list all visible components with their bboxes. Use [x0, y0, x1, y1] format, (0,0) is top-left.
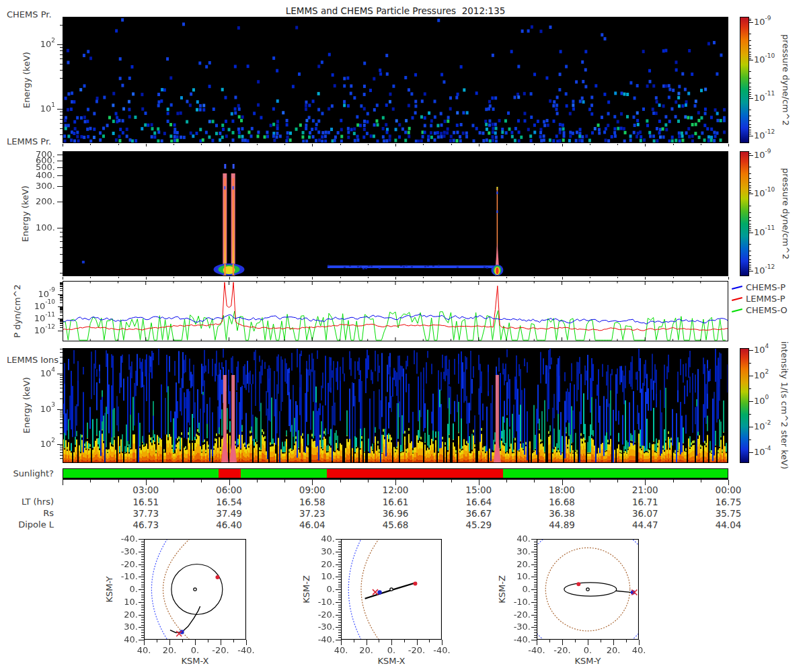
orbit-y-tick	[338, 542, 341, 542]
orbit-y-tick	[338, 625, 341, 626]
ephemeris-value: 16.61	[378, 497, 413, 507]
orbit-x-tick	[169, 640, 170, 645]
time-axis-tick	[368, 480, 369, 482]
pressure-minor-tick	[60, 311, 63, 312]
orbit-y-tick	[338, 637, 341, 638]
panel-hour-tick	[368, 277, 369, 278]
orbit-y-tick	[338, 597, 341, 597]
time-tick-label: 03:00	[128, 485, 163, 495]
ions-minor-tick	[60, 357, 63, 358]
orbit-y-tick	[338, 595, 341, 595]
ephemeris-value: 16.71	[627, 497, 662, 507]
pressure-minor-tick	[60, 297, 63, 298]
panel-label-lemms: LEMMS Pr.	[7, 136, 51, 147]
lemms-ytick-label: 100.	[27, 222, 55, 233]
orbit-ytick-label: -10.	[308, 597, 335, 607]
orbit-x-tick	[367, 640, 367, 645]
orbit-y-tick	[338, 617, 341, 618]
orbit-y-tick	[141, 587, 144, 587]
pressure-minor-tick	[60, 299, 63, 300]
pressure-cb1-tick	[749, 98, 753, 99]
orbit-y-tick	[338, 575, 341, 575]
orbit-ytick-label: 0.	[308, 584, 335, 595]
ephemeris-value: 36.07	[627, 508, 662, 519]
orbit-y-tick	[336, 602, 341, 603]
pressure-minor-tick	[60, 295, 63, 296]
time-tick-label: 00:00	[711, 485, 746, 495]
pressure-cb2-minor-tick	[749, 185, 751, 186]
orbit-ytick-label: -20.	[504, 610, 531, 620]
orbit-y-tick	[141, 607, 144, 607]
pressure-cb1-minor-tick	[749, 127, 751, 128]
orbit-y-tick	[141, 610, 144, 610]
panel-hour-tick	[229, 277, 230, 280]
orbit-y-tick	[338, 579, 341, 580]
orbit-y-tick	[139, 539, 144, 540]
pressure-cb2-minor-tick	[749, 187, 751, 188]
legend-line-chems-o	[732, 308, 742, 312]
chems-minor-tick	[60, 54, 63, 55]
panel-hour-tick	[284, 144, 285, 145]
orbit-y-tick	[338, 546, 341, 547]
orbit-y-tick	[531, 602, 537, 603]
orbit-y-tick	[141, 605, 144, 605]
orbit-y-tick	[338, 635, 341, 636]
orbit-y-tick	[534, 582, 537, 583]
orbit-y-tick	[338, 569, 341, 570]
ions-minor-tick	[60, 382, 63, 382]
orbit0-x-title: KSM-X	[161, 656, 229, 667]
time-axis-tick	[118, 480, 119, 482]
orbit-y-tick	[534, 605, 537, 605]
pressure-cb1-minor-tick	[749, 34, 751, 34]
orbit-y-tick	[338, 592, 341, 593]
pressure-cb2-tick	[749, 155, 753, 156]
pressure-y-axis-title: P dyn/cm^2	[12, 284, 23, 338]
pressure-cb1-tick	[749, 136, 753, 136]
pressure-cb1-minor-tick	[749, 134, 751, 134]
pressure-cb2-tick	[749, 233, 753, 233]
orbit-y-tick	[338, 607, 341, 607]
ions-minor-tick	[60, 458, 63, 459]
ephemeris-value: 46.40	[212, 519, 247, 530]
pressure-cb2-tick	[749, 271, 753, 271]
panel-hour-tick	[617, 144, 618, 145]
time-axis-tick	[673, 480, 674, 482]
pressure-cb1-minor-tick	[749, 94, 751, 95]
pressure-cb1-minor-tick	[749, 45, 751, 46]
orbit-xtick-label: -40.	[427, 645, 457, 656]
lemms-major-tick	[57, 161, 63, 161]
intensity-cb-tick-label: 10-2	[754, 421, 771, 432]
pressure-minor-tick	[60, 323, 63, 323]
orbit-y-tick	[336, 577, 341, 577]
chems-major-tick	[57, 44, 63, 45]
sunlight-segment-green	[241, 469, 327, 478]
plot-title: LEMMS and CHEMS Particle Pressures 2012:…	[194, 5, 597, 16]
pressure-minor-tick	[60, 321, 63, 321]
pressure-cb2-minor-tick	[749, 255, 751, 256]
orbit-y-tick	[534, 595, 537, 595]
panel-hour-tick	[728, 277, 729, 280]
pressure-cb2-minor-tick	[749, 217, 751, 218]
ions-minor-tick	[60, 379, 63, 380]
ephemeris-value: 16.75	[711, 497, 746, 507]
panel-hour-tick	[146, 277, 147, 280]
legend-label-chems-o: CHEMS-O	[746, 305, 787, 316]
pressure-colorbar-1-title: pressure dyne/cm^2	[780, 34, 791, 126]
orbit-plot-xz	[341, 539, 442, 640]
orbit-x-tick	[354, 640, 354, 642]
pressure-cb1-minor-tick	[749, 56, 751, 57]
orbit-y-tick	[534, 566, 537, 567]
time-tick-label: 06:00	[212, 485, 247, 495]
orbit-y-tick	[139, 627, 144, 628]
orbit-y-tick	[534, 556, 537, 557]
intensity-cb-minor-tick	[749, 363, 751, 364]
panel-hour-tick	[312, 277, 313, 280]
orbit-y-tick	[141, 595, 144, 595]
orbit-y-tick	[534, 630, 537, 630]
sunlight-segment-green	[503, 469, 728, 478]
panel-hour-tick	[645, 144, 646, 146]
lemms-minor-tick	[60, 273, 63, 274]
chems-minor-tick	[60, 70, 63, 71]
orbit-x-tick	[429, 640, 430, 642]
lemms-minor-tick	[60, 262, 63, 263]
